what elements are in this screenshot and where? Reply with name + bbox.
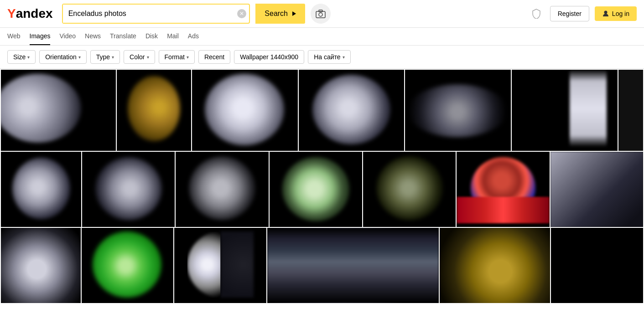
logo-rest: andex — [16, 6, 53, 21]
svg-point-3 — [604, 11, 607, 14]
image-cell-13[interactable] — [551, 152, 643, 227]
camera-icon — [316, 9, 326, 18]
recent-filter[interactable]: Recent — [198, 50, 230, 64]
camera-search-button[interactable] — [311, 4, 331, 24]
search-input[interactable] — [63, 5, 238, 23]
image-cell-2[interactable] — [117, 70, 191, 151]
type-filter-label: Type — [96, 53, 110, 61]
filter-bar: Size ▾ Orientation ▾ Type ▾ Color ▾ Form… — [0, 46, 644, 69]
image-cell-5[interactable] — [405, 70, 511, 151]
logo-y: Y — [7, 6, 16, 21]
tab-news[interactable]: News — [85, 28, 101, 45]
format-filter-label: Format — [165, 53, 185, 61]
svg-rect-0 — [316, 11, 325, 18]
image-cell-6[interactable] — [512, 70, 618, 151]
image-cell-16[interactable] — [174, 228, 266, 303]
size-filter-label: Size — [13, 53, 26, 61]
image-cell-4[interactable] — [299, 70, 405, 151]
image-cell-9[interactable] — [176, 152, 268, 227]
image-row-2 — [1, 152, 643, 227]
wallpaper-filter-label: Wallpaper 1440x900 — [240, 53, 298, 61]
format-chevron-icon: ▾ — [187, 55, 189, 60]
header: Yandex ✕ Search Register Log in — [0, 0, 644, 28]
color-chevron-icon: ▾ — [147, 55, 149, 60]
user-icon — [602, 10, 609, 17]
register-label: Register — [558, 10, 582, 17]
tab-disk[interactable]: Disk — [145, 28, 158, 45]
search-button[interactable]: Search — [255, 4, 305, 24]
image-cell-6b[interactable] — [618, 70, 643, 151]
search-button-label: Search — [265, 10, 288, 18]
image-cell-7[interactable] — [1, 152, 81, 227]
wallpaper-filter[interactable]: Wallpaper 1440x900 — [234, 50, 304, 64]
svg-rect-2 — [319, 10, 322, 12]
orientation-chevron-icon: ▾ — [78, 55, 81, 60]
format-filter[interactable]: Format ▾ — [159, 50, 195, 64]
image-row-1 — [1, 70, 643, 151]
login-label: Log in — [612, 10, 629, 17]
register-button[interactable]: Register — [550, 6, 589, 21]
tab-ads[interactable]: Ads — [188, 28, 199, 45]
recent-filter-label: Recent — [204, 53, 224, 61]
color-filter-label: Color — [130, 53, 145, 61]
search-bar: ✕ — [62, 4, 250, 24]
image-row-3 — [1, 228, 643, 303]
image-cell-8[interactable] — [82, 152, 175, 227]
shield-icon — [532, 9, 541, 19]
image-cell-10[interactable] — [270, 152, 362, 227]
image-cell-15[interactable] — [82, 228, 174, 303]
clear-button[interactable]: ✕ — [237, 9, 246, 18]
na-saite-filter-label: На сайте — [314, 53, 340, 61]
shield-button[interactable] — [528, 5, 545, 22]
size-filter[interactable]: Size ▾ — [7, 50, 36, 64]
tab-mail[interactable]: Mail — [167, 28, 179, 45]
color-filter[interactable]: Color ▾ — [124, 50, 155, 64]
image-cell-18[interactable] — [440, 228, 550, 303]
tab-translate[interactable]: Translate — [110, 28, 136, 45]
image-cell-17[interactable] — [267, 228, 439, 303]
tab-web[interactable]: Web — [7, 28, 21, 45]
image-cell-12[interactable] — [457, 152, 549, 227]
orientation-filter-label: Orientation — [45, 53, 76, 61]
tab-video[interactable]: Video — [59, 28, 76, 45]
nav-tabs: Web Images Video News Translate Disk Mai… — [0, 28, 644, 46]
search-arrow-icon — [292, 11, 296, 16]
tab-images[interactable]: Images — [30, 28, 51, 45]
image-cell-14[interactable] — [1, 228, 81, 303]
image-cell-1[interactable] — [1, 70, 116, 151]
logo[interactable]: Yandex — [7, 6, 53, 21]
image-cell-19[interactable] — [551, 228, 643, 303]
type-chevron-icon: ▾ — [112, 55, 114, 60]
na-saite-chevron-icon: ▾ — [343, 55, 345, 60]
image-grid — [0, 69, 644, 304]
na-saite-filter[interactable]: На сайте ▾ — [308, 50, 350, 64]
login-button[interactable]: Log in — [595, 6, 637, 21]
image-cell-11[interactable] — [363, 152, 456, 227]
orientation-filter[interactable]: Orientation ▾ — [39, 50, 86, 64]
svg-point-1 — [319, 13, 322, 16]
type-filter[interactable]: Type ▾ — [90, 50, 120, 64]
size-chevron-icon: ▾ — [27, 55, 30, 60]
image-cell-3[interactable] — [192, 70, 298, 151]
